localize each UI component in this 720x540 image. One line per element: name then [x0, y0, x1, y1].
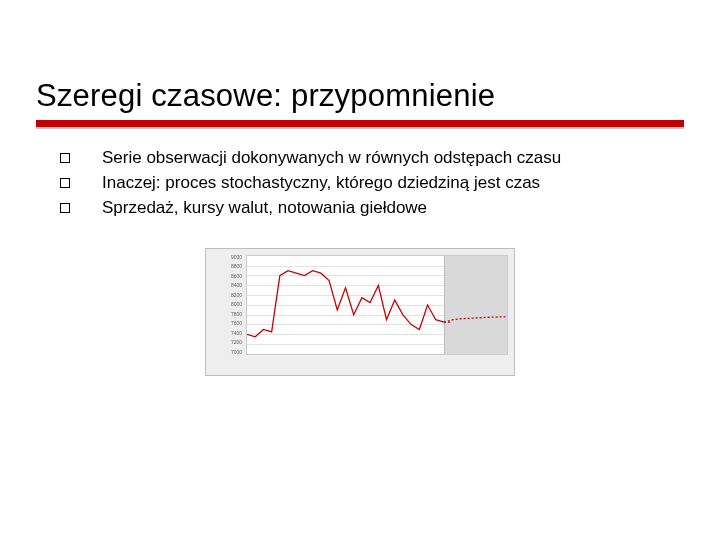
square-bullet-icon: [60, 203, 70, 213]
list-item: Serie obserwacji dokonywanych w równych …: [60, 147, 660, 170]
y-tick: 7600: [231, 321, 242, 326]
bullet-text: Sprzedaż, kursy walut, notowania giełdow…: [102, 197, 427, 220]
slide-title: Szeregi czasowe: przypomnienie: [36, 78, 684, 114]
underline-shadow: [36, 127, 684, 129]
chart-plot-area: [246, 255, 508, 355]
bullet-text: Serie obserwacji dokonywanych w równych …: [102, 147, 561, 170]
square-bullet-icon: [60, 178, 70, 188]
y-tick: 8800: [231, 264, 242, 269]
square-bullet-icon: [60, 153, 70, 163]
content-area: Serie obserwacji dokonywanych w równych …: [0, 129, 720, 376]
title-block: Szeregi czasowe: przypomnienie: [0, 0, 720, 129]
y-tick: 7200: [231, 340, 242, 345]
list-item: Sprzedaż, kursy walut, notowania giełdow…: [60, 197, 660, 220]
y-tick: 9000: [231, 255, 242, 260]
y-tick: 8200: [231, 293, 242, 298]
list-item: Inaczej: proces stochastyczny, którego d…: [60, 172, 660, 195]
y-tick: 7400: [231, 331, 242, 336]
title-underline: [36, 120, 684, 129]
underline-red: [36, 120, 684, 127]
chart-y-axis-labels: 9000 8800 8600 8400 8200 8000 7800 7600 …: [206, 255, 244, 355]
chart-line-svg: [247, 256, 507, 354]
y-tick: 8400: [231, 283, 242, 288]
y-tick: 8000: [231, 302, 242, 307]
slide: Szeregi czasowe: przypomnienie Serie obs…: [0, 0, 720, 540]
y-tick: 7800: [231, 312, 242, 317]
bullet-list: Serie obserwacji dokonywanych w równych …: [60, 147, 660, 220]
embedded-chart: 9000 8800 8600 8400 8200 8000 7800 7600 …: [205, 248, 515, 376]
bullet-text: Inaczej: proces stochastyczny, którego d…: [102, 172, 540, 195]
y-tick: 8600: [231, 274, 242, 279]
y-tick: 7000: [231, 350, 242, 355]
